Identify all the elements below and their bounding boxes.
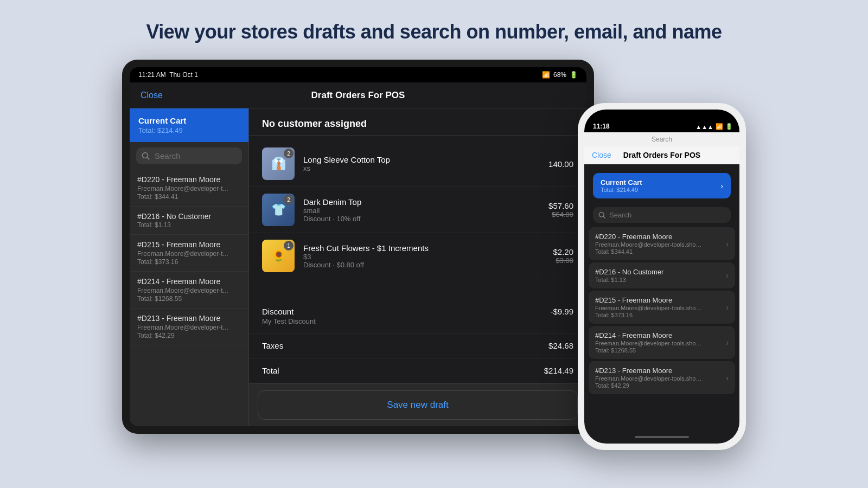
phone-list-item-total: Total: $344.41: [595, 248, 704, 255]
phone-home-indicator: [584, 431, 739, 444]
tablet-nav-title: Draft Orders For POS: [311, 90, 405, 101]
phone-close-button[interactable]: Close: [592, 151, 611, 159]
item-badge: 1: [284, 241, 293, 251]
battery-icon: 🔋: [570, 71, 578, 79]
phone-nav: Close Draft Orders For POS: [584, 146, 739, 164]
phone-list-item-info: #D213 - Freeman Moore Freeman.Moore@deve…: [595, 367, 704, 389]
phone-cart-info: Current Cart Total: $214.49: [601, 178, 642, 193]
discount-sub: My Test Discount: [262, 317, 316, 325]
sidebar-item[interactable]: #D215 - Freeman Moore Freeman.Moore@deve…: [130, 235, 248, 272]
tablet-screen: 11:21 AM Thu Oct 1 📶 68% 🔋 Close Draft O…: [130, 67, 586, 426]
total-value: $214.49: [544, 366, 573, 375]
phone-list-item[interactable]: #D216 - No Customer Total: $1.13 ›: [589, 262, 735, 288]
sidebar-item[interactable]: #D214 - Freeman Moore Freeman.Moore@deve…: [130, 272, 248, 309]
phone-body: Current Cart Total: $214.49 ›: [584, 164, 739, 431]
phone-cart-title: Current Cart: [601, 178, 642, 187]
sidebar-item-total: Total: $1.13: [137, 221, 241, 229]
phone-list-item[interactable]: #D213 - Freeman Moore Freeman.Moore@deve…: [589, 361, 735, 394]
tablet-time: 11:21 AM Thu Oct 1: [138, 71, 198, 79]
sidebar-item-email: Freeman.Moore@developer-t...: [137, 324, 241, 331]
tablet-close-button[interactable]: Close: [141, 91, 163, 100]
order-item: 2 👕 Dark Denim Top small Discount · 10% …: [249, 187, 586, 233]
tablet-search-input[interactable]: [155, 151, 237, 160]
sidebar-item-total: Total: $42.29: [137, 332, 241, 339]
sidebar-item[interactable]: #D216 - No Customer Total: $1.13: [130, 207, 248, 235]
phone-cart-total: Total: $214.49: [601, 187, 642, 193]
sidebar-item-title: #D216 - No Customer: [137, 212, 241, 221]
item-variant: small: [303, 207, 540, 215]
chevron-right-icon: ›: [720, 182, 723, 190]
chevron-right-icon: ›: [726, 338, 729, 347]
taxes-value: $24.68: [548, 341, 573, 350]
phone-list-item-total: Total: $1.13: [595, 277, 663, 283]
item-image: 2 👕: [262, 194, 295, 226]
phone-search-input[interactable]: [609, 211, 725, 219]
item-info: Fresh Cut Flowers - $1 Increments $3 Dis…: [303, 243, 544, 269]
discount-value: -$9.99: [550, 307, 573, 316]
tablet-status-bar: 11:21 AM Thu Oct 1 📶 68% 🔋: [130, 67, 586, 82]
phone-current-cart[interactable]: Current Cart Total: $214.49 ›: [593, 173, 731, 198]
item-badge: 2: [284, 149, 293, 158]
chevron-right-icon: ›: [726, 374, 729, 382]
phone-time: 11:18: [593, 123, 610, 130]
chevron-right-icon: ›: [726, 303, 729, 312]
phone-list-item[interactable]: #D220 - Freeman Moore Freeman.Moore@deve…: [589, 227, 735, 260]
phone-list-item-title: #D214 - Freeman Moore: [595, 331, 704, 339]
item-image: 1 🌻: [262, 240, 295, 272]
battery-icon-phone: 🔋: [725, 123, 733, 130]
sidebar-current-cart-title: Current Cart: [138, 116, 240, 125]
sidebar-item-total: Total: $1268.55: [137, 295, 241, 303]
tablet-status-right: 📶 68% 🔋: [542, 71, 578, 79]
phone-items-list: #D220 - Freeman Moore Freeman.Moore@deve…: [584, 223, 739, 399]
devices-container: 11:21 AM Thu Oct 1 📶 68% 🔋 Close Draft O…: [0, 60, 868, 450]
item-name: Fresh Cut Flowers - $1 Increments: [303, 243, 544, 253]
item-name: Long Sleeve Cotton Top: [303, 155, 540, 164]
item-price-original: $3.00: [553, 256, 573, 265]
discount-section: Discount My Test Discount -$9.99: [249, 299, 586, 333]
sidebar-item-total: Total: $373.16: [137, 258, 241, 266]
item-name: Dark Denim Top: [303, 197, 540, 207]
wifi-icon: 📶: [542, 71, 550, 79]
item-price: $2.20 $3.00: [553, 247, 573, 265]
sidebar-current-cart-total: Total: $214.49: [138, 126, 240, 134]
item-price-current: $2.20: [553, 247, 573, 256]
item-badge: 2: [284, 195, 293, 204]
phone-list-item-total: Total: $42.29: [595, 382, 704, 389]
item-variant: $3: [303, 253, 544, 261]
phone-search-icon: [598, 211, 606, 219]
sidebar-current-cart[interactable]: Current Cart Total: $214.49: [130, 108, 248, 142]
signal-icon: ▲▲▲: [695, 124, 713, 130]
no-customer-label: No customer assigned: [262, 118, 573, 130]
sidebar-item-title: #D214 - Freeman Moore: [137, 277, 241, 286]
sidebar-items-list: #D220 - Freeman Moore Freeman.Moore@deve…: [130, 170, 248, 426]
sidebar-item-title: #D220 - Freeman Moore: [137, 175, 241, 184]
phone-screen: 11:18 ▲▲▲ 📶 🔋 Search Close Draft Orders …: [584, 110, 739, 444]
sidebar-item[interactable]: #D220 - Freeman Moore Freeman.Moore@deve…: [130, 170, 248, 207]
item-image: 2 👔: [262, 147, 295, 180]
phone-search-wrapper: [593, 207, 731, 223]
svg-line-1: [148, 157, 150, 159]
order-items-list: 2 👔 Long Sleeve Cotton Top xs 140.00 2 👕…: [249, 136, 586, 299]
sidebar-item-email: Freeman.Moore@developer-t...: [137, 250, 241, 258]
phone-list-item[interactable]: #D214 - Freeman Moore Freeman.Moore@deve…: [589, 326, 735, 359]
phone-device: 11:18 ▲▲▲ 📶 🔋 Search Close Draft Orders …: [578, 103, 746, 450]
phone-list-item-title: #D220 - Freeman Moore: [595, 233, 704, 241]
sidebar-search: [130, 142, 248, 170]
wifi-icon-phone: 📶: [716, 123, 723, 130]
phone-list-item-title: #D213 - Freeman Moore: [595, 367, 704, 375]
sidebar-item[interactable]: #D213 - Freeman Moore Freeman.Moore@deve…: [130, 309, 248, 345]
item-price: 140.00: [548, 159, 573, 169]
total-section: Total $214.49: [249, 358, 586, 383]
home-bar: [635, 436, 689, 438]
item-variant: xs: [303, 164, 540, 172]
phone-list-item[interactable]: #D215 - Freeman Moore Freeman.Moore@deve…: [589, 291, 735, 324]
tablet-body: Current Cart Total: $214.49: [130, 108, 586, 426]
phone-list-item-total: Total: $373.16: [595, 312, 704, 318]
phone-search-label: Search: [652, 136, 672, 143]
save-draft-button[interactable]: Save new draft: [258, 390, 578, 420]
total-label: Total: [262, 366, 279, 375]
main-footer: Save new draft: [249, 383, 586, 426]
taxes-label: Taxes: [262, 341, 283, 350]
sidebar-item-title: #D215 - Freeman Moore: [137, 240, 241, 249]
phone-list-item-email: Freeman.Moore@developer-tools.shopifya..…: [595, 241, 704, 248]
